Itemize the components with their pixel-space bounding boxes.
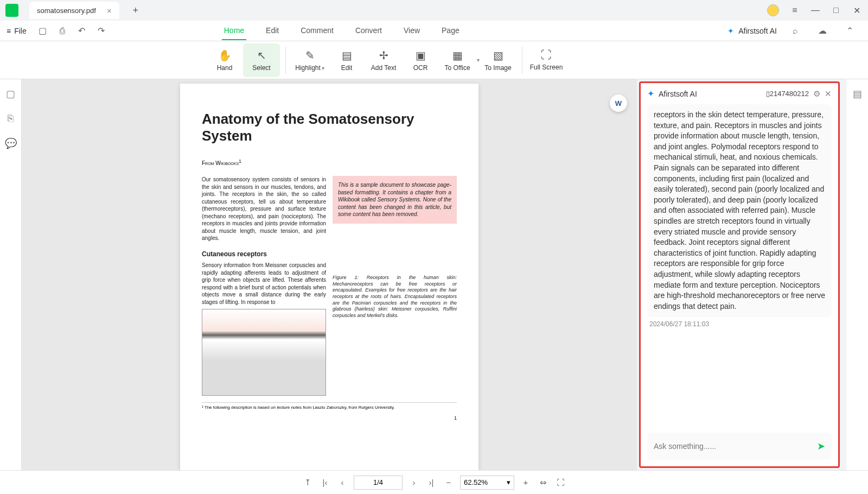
ai-response-bubble: receptors in the skin detect temperature… bbox=[647, 104, 832, 317]
menu-edit[interactable]: Edit bbox=[264, 22, 281, 40]
tool-add-text[interactable]: ✢ Add Text bbox=[365, 43, 402, 77]
office-icon: ▦ bbox=[452, 49, 463, 62]
ai-button-label: Afirstsoft AI bbox=[738, 27, 777, 35]
highlight-icon: ✎ bbox=[305, 49, 315, 62]
tool-hand[interactable]: ✋ Hand bbox=[206, 43, 243, 77]
fit-width-icon[interactable]: ⇔ bbox=[537, 478, 549, 487]
doc-source: From Wikibooks1 bbox=[202, 159, 457, 166]
search-icon[interactable]: ⌕ bbox=[788, 23, 803, 39]
page-input[interactable] bbox=[354, 476, 403, 490]
prev-set-icon[interactable]: |‹ bbox=[319, 478, 331, 487]
cloud-icon[interactable]: ☁ bbox=[815, 23, 830, 39]
file-menu-button[interactable]: ≡ File bbox=[7, 27, 27, 35]
doc-left-column: Our somatosensory system consists of sen… bbox=[202, 176, 326, 396]
convert-to-word-fab[interactable]: W bbox=[610, 94, 627, 112]
ai-token-count: ▯2147480212 bbox=[766, 90, 809, 98]
menu-home[interactable]: Home bbox=[222, 22, 246, 40]
print-icon[interactable]: ⎙ bbox=[55, 23, 70, 39]
comments-icon[interactable]: 💬 bbox=[5, 137, 17, 149]
tool-to-office[interactable]: ▦ To Office bbox=[439, 43, 476, 77]
app-logo bbox=[5, 4, 18, 17]
ai-messages[interactable]: receptors in the skin detect temperature… bbox=[641, 104, 838, 428]
save-icon[interactable]: ▢ bbox=[35, 23, 50, 39]
zoom-out-icon[interactable]: − bbox=[443, 478, 455, 487]
zoom-value: 62.52% bbox=[464, 478, 488, 486]
tool-ocr[interactable]: ▣ OCR bbox=[402, 43, 439, 77]
doc-intro: Our somatosensory system consists of sen… bbox=[202, 176, 326, 242]
ai-send-icon[interactable]: ➤ bbox=[817, 440, 825, 452]
ai-panel: ✦ Afirstsoft AI ▯2147480212 ⚙ ✕ receptor… bbox=[639, 81, 840, 468]
sparkle-icon: ✦ bbox=[647, 88, 654, 99]
cursor-icon: ↖ bbox=[257, 49, 266, 62]
doc-para: Sensory information from Meissner corpus… bbox=[202, 262, 326, 306]
image-icon: ▧ bbox=[493, 49, 503, 62]
home-toolbar: ✋ Hand ↖ Select ✎ Highlight▾ ▤ Edit ✢ Ad… bbox=[0, 41, 868, 79]
zoom-in-icon[interactable]: + bbox=[520, 478, 532, 487]
titlebar: somatosensory.pdf × + ≡ — □ ✕ bbox=[0, 0, 868, 21]
new-tab-button[interactable]: + bbox=[129, 5, 142, 16]
tab-close-icon[interactable]: × bbox=[107, 6, 112, 15]
edit-icon: ▤ bbox=[342, 49, 352, 62]
pdf-page: Anatomy of the Somatosensory System From… bbox=[180, 84, 478, 470]
doc-sample-note: This is a sample document to showcase pa… bbox=[333, 176, 457, 224]
document-tab[interactable]: somatosensory.pdf × bbox=[29, 2, 119, 19]
chevron-down-icon: ▾ bbox=[507, 478, 510, 486]
toolbar-separator bbox=[522, 47, 522, 74]
maximize-icon[interactable]: □ bbox=[831, 5, 841, 15]
ai-panel-header: ✦ Afirstsoft AI ▯2147480212 ⚙ ✕ bbox=[641, 83, 838, 104]
tool-edit[interactable]: ▤ Edit bbox=[328, 43, 365, 77]
ai-close-icon[interactable]: ✕ bbox=[825, 89, 832, 99]
prev-page-icon[interactable]: ‹ bbox=[336, 478, 348, 487]
next-page-icon[interactable]: › bbox=[408, 478, 420, 487]
ai-toolbar-button[interactable]: ✦ Afirstsoft AI bbox=[727, 27, 777, 35]
file-menu-label: File bbox=[14, 27, 27, 35]
fit-page-icon[interactable]: ⛶ bbox=[554, 478, 566, 487]
sparkle-icon: ✦ bbox=[727, 27, 734, 35]
status-bar: ⤒ |‹ ‹ › ›| − 62.52% ▾ + ⇔ ⛶ bbox=[0, 470, 868, 494]
menu-comment[interactable]: Comment bbox=[298, 22, 336, 40]
hand-icon: ✋ bbox=[218, 49, 232, 62]
redo-icon[interactable]: ↷ bbox=[94, 23, 109, 39]
file-menubar-row: ≡ File ▢ ⎙ ↶ ↷ Home Edit Comment Convert… bbox=[0, 21, 868, 41]
user-avatar[interactable] bbox=[767, 4, 779, 16]
doc-title: Anatomy of the Somatosensory System bbox=[202, 111, 457, 144]
close-window-icon[interactable]: ✕ bbox=[852, 5, 861, 15]
thumbnails-icon[interactable]: ▢ bbox=[6, 88, 15, 100]
right-sidebar: ▤ bbox=[846, 79, 868, 470]
main-area: ▢ ⎘ 💬 W Anatomy of the Somatosensory Sys… bbox=[0, 79, 868, 470]
bookmark-icon[interactable]: ⎘ bbox=[8, 113, 14, 124]
doc-subheading: Cutaneous receptors bbox=[202, 250, 326, 258]
doc-figure-diagram bbox=[202, 309, 326, 396]
menu-convert[interactable]: Convert bbox=[353, 22, 384, 40]
first-page-icon[interactable]: ⤒ bbox=[302, 478, 314, 487]
main-menubar: Home Edit Comment Convert View Page bbox=[222, 22, 462, 40]
tool-highlight[interactable]: ✎ Highlight▾ bbox=[291, 43, 328, 77]
fullscreen-icon: ⛶ bbox=[541, 49, 552, 61]
tab-filename: somatosensory.pdf bbox=[37, 7, 96, 15]
hamburger-menu-icon[interactable]: ≡ bbox=[790, 5, 800, 15]
menu-view[interactable]: View bbox=[401, 22, 422, 40]
next-set-icon[interactable]: ›| bbox=[425, 478, 437, 487]
doc-right-column: This is a sample document to showcase pa… bbox=[333, 176, 457, 396]
minimize-icon[interactable]: — bbox=[810, 5, 820, 15]
ai-timestamp: 2024/06/27 18:11:03 bbox=[649, 320, 829, 328]
tool-select[interactable]: ↖ Select bbox=[243, 43, 280, 77]
menu-page[interactable]: Page bbox=[439, 22, 462, 40]
document-viewport[interactable]: W Anatomy of the Somatosensory System Fr… bbox=[22, 79, 637, 470]
menu-icon: ≡ bbox=[7, 27, 11, 35]
ocr-icon: ▣ bbox=[416, 49, 426, 62]
ai-input-box[interactable]: ➤ bbox=[647, 433, 832, 460]
chevron-down-icon: ▾ bbox=[322, 65, 324, 71]
collapse-ribbon-icon[interactable]: ⌃ bbox=[842, 23, 857, 39]
panel-toggle-icon[interactable]: ▤ bbox=[853, 88, 862, 100]
tool-full-screen[interactable]: ⛶ Full Screen bbox=[528, 43, 565, 77]
doc-figure-caption: Figure 1: Receptors in the human skin: M… bbox=[333, 275, 457, 319]
left-sidebar: ▢ ⎘ 💬 bbox=[0, 79, 22, 470]
undo-icon[interactable]: ↶ bbox=[74, 23, 90, 39]
ai-settings-icon[interactable]: ⚙ bbox=[813, 89, 820, 99]
doc-page-number: 1 bbox=[202, 415, 457, 421]
zoom-select[interactable]: 62.52% ▾ bbox=[460, 476, 514, 490]
ai-panel-title: Afirstsoft AI bbox=[659, 90, 697, 98]
ai-text-input[interactable] bbox=[654, 442, 817, 451]
tool-to-image[interactable]: ▧ To Image bbox=[480, 43, 516, 77]
